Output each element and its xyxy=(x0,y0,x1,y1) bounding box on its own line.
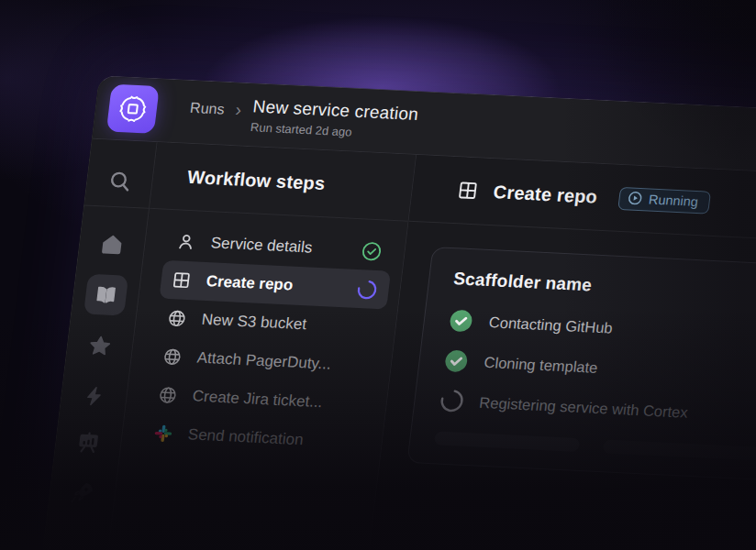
check-circle-icon xyxy=(360,240,384,262)
check-circle-filled-icon xyxy=(442,347,470,373)
workflow-step-label: Service details xyxy=(210,234,314,257)
chevron-right-icon: › xyxy=(234,100,242,118)
bolt-icon[interactable] xyxy=(82,385,106,408)
star-icon[interactable] xyxy=(86,334,113,358)
breadcrumb-current: New service creation Run started 2d ago xyxy=(250,96,419,142)
sidebar-item-catalog[interactable] xyxy=(83,274,128,316)
status-badge-label: Running xyxy=(648,192,699,209)
sidebar-divider xyxy=(84,204,149,208)
app-body: Workflow steps Service details xyxy=(32,139,756,550)
detail-panel: Create repo Running Scaffolder name xyxy=(357,155,756,550)
rocket-icon[interactable] xyxy=(69,480,95,505)
check-circle-filled-icon xyxy=(447,307,474,333)
breadcrumb: Runs › New service creation Run started … xyxy=(187,93,419,141)
scaffolder-card-title: Scaffolder name xyxy=(452,269,756,314)
globe-icon xyxy=(165,308,190,329)
task-label: Cloning template xyxy=(484,353,599,376)
page-title: New service creation xyxy=(251,96,419,125)
scene: Runs › New service creation Run started … xyxy=(0,0,756,550)
workflow-step-label: Send notification xyxy=(187,425,305,449)
task-registering-service: Registering service with Cortex xyxy=(438,388,756,438)
app-window: Runs › New service creation Run started … xyxy=(31,75,756,550)
presentation-icon[interactable] xyxy=(75,430,102,455)
book-icon xyxy=(83,274,128,316)
skeleton-bar xyxy=(434,431,581,452)
globe-icon xyxy=(161,346,185,368)
globe-icon xyxy=(156,385,181,406)
slack-icon xyxy=(151,424,175,443)
workflow-step-list: Service details xyxy=(120,209,407,464)
workflow-step-label: Create repo xyxy=(206,272,295,295)
breadcrumb-runs-link[interactable]: Runs xyxy=(189,99,225,117)
detail-panel-header: Create repo Running xyxy=(409,155,756,249)
skeleton-row xyxy=(434,431,756,469)
grid-icon xyxy=(170,270,195,291)
workflow-step-label: Create Jira ticket... xyxy=(192,387,324,412)
status-badge: Running xyxy=(618,186,712,214)
workflow-panel-title: Workflow steps xyxy=(186,166,327,193)
task-label: Registering service with Cortex xyxy=(478,393,688,421)
task-list: Contacting GitHub Cloning template xyxy=(438,307,756,438)
workflow-panel-header: Workflow steps xyxy=(150,142,416,221)
play-circle-icon xyxy=(628,191,643,205)
run-started-timestamp: Run started 2d ago xyxy=(250,120,417,142)
scaffolder-card: Scaffolder name Contacting GitHub xyxy=(406,247,756,490)
person-icon xyxy=(174,231,199,252)
detail-panel-title: Create repo xyxy=(493,182,599,207)
cortex-logo-icon xyxy=(116,93,150,126)
spinner-icon xyxy=(438,388,465,413)
search-icon[interactable] xyxy=(106,169,133,193)
workflow-step-label: New S3 bucket xyxy=(201,311,308,334)
home-icon[interactable] xyxy=(99,232,126,257)
workflow-step-label: Attach PagerDuty... xyxy=(196,349,332,374)
spinner-icon xyxy=(355,279,379,301)
skeleton-bar xyxy=(603,439,756,460)
app-logo[interactable] xyxy=(106,84,160,134)
grid-icon xyxy=(456,179,481,202)
task-label: Contacting GitHub xyxy=(488,314,614,336)
